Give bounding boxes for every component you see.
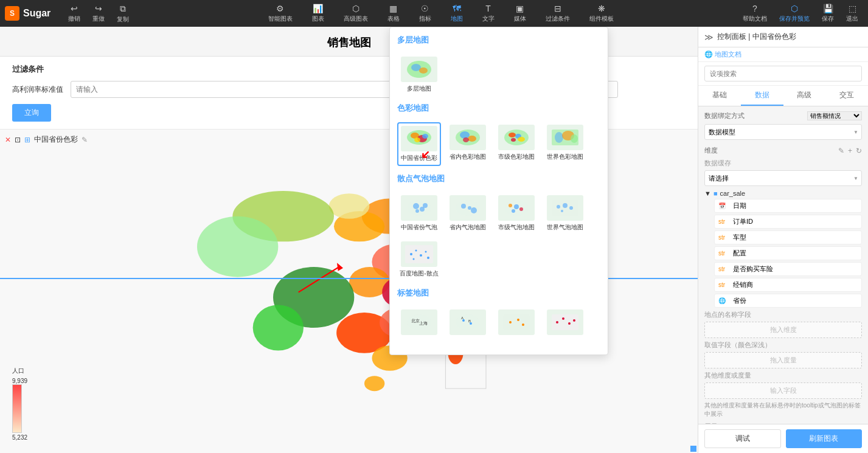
map-type-world-bubble[interactable]: 世界气泡地图 <box>543 193 587 234</box>
other-dim-input[interactable]: 输入字段 <box>704 382 862 399</box>
label4-svg <box>550 311 580 333</box>
svg-point-71 <box>427 257 429 259</box>
section-color-title: 色彩地图 <box>397 103 600 116</box>
str-icon4: str <box>718 266 731 272</box>
str-icon2: str <box>718 234 731 241</box>
map-type-label-4[interactable] <box>543 307 587 340</box>
media-button[interactable]: ▣ 媒体 <box>509 1 531 26</box>
map-type-city-color[interactable]: 市级色彩地图 <box>495 122 538 166</box>
top-toolbar: S Sugar ↩ 撤销 ↪ 重做 ⧉ 复制 ⚙ 智能图表 📊 图表 ⬡ 高级图… <box>0 0 868 27</box>
label1-thumb: 北京 上海 <box>401 309 437 335</box>
svg-point-65 <box>561 210 563 212</box>
map-type-city-bubble[interactable]: 市级气泡地图 <box>495 193 538 234</box>
car-sale-tree: ▼ ■ car_sale 📅 日期 str 订单ID <box>704 190 862 308</box>
cache-label: 数据缓存 <box>704 159 862 168</box>
indicator-button[interactable]: ☉ 指标 <box>414 1 436 26</box>
tree-icon: ■ <box>713 190 718 197</box>
svg-point-63 <box>563 203 568 208</box>
filter-label: 过滤条件 <box>546 15 570 23</box>
save-preview-label: 保存并预览 <box>779 15 810 23</box>
map-type-china-bubble[interactable]: 中国省份气泡 <box>397 193 441 234</box>
str-icon3: str <box>718 250 731 257</box>
help-button[interactable]: ? 帮助文档 <box>738 1 772 26</box>
action-buttons: 调试 刷新图表 <box>698 424 868 453</box>
tab-basic[interactable]: 基础 <box>698 86 741 106</box>
table-label: 表格 <box>387 15 400 23</box>
chart-icon: 📊 <box>313 4 323 13</box>
map-type-province-bubble[interactable]: 省内气泡地图 <box>446 193 490 234</box>
tab-interaction[interactable]: 交互 <box>825 86 868 106</box>
refresh-chart-button[interactable]: 刷新图表 <box>786 429 863 448</box>
baidu-scatter-svg <box>404 243 434 265</box>
settings-search-input[interactable] <box>704 66 862 81</box>
close-icon[interactable]: ✕ <box>5 136 11 144</box>
map-type-baidu-scatter[interactable]: 百度地图-散点 <box>397 239 441 280</box>
svg-point-59 <box>519 207 523 211</box>
edit-dimension-icon[interactable]: ✎ <box>838 147 844 155</box>
svg-point-69 <box>420 254 422 257</box>
save-preview-button[interactable]: ⬡ 保存并预览 <box>774 1 814 26</box>
data-binding-select[interactable]: 销售额情况 <box>807 111 862 120</box>
canvas-title: 销售地图 <box>327 36 371 49</box>
map-type-label-1[interactable]: 北京 上海 <box>397 307 441 340</box>
help-icon: ? <box>752 4 757 13</box>
legend-max: 9,939 <box>12 378 27 384</box>
svg-point-36 <box>468 136 476 142</box>
data-binding-title: 数据绑定方式 销售额情况 <box>704 111 862 120</box>
map-button[interactable]: 🗺 地图 <box>446 1 468 26</box>
smart-chart-button[interactable]: ⚙ 智能图表 <box>263 1 297 26</box>
query-button[interactable]: 立询 <box>12 104 51 122</box>
collapse-button[interactable]: ≫ <box>704 32 713 42</box>
label4-thumb <box>547 309 583 335</box>
svg-text:A: A <box>461 316 464 320</box>
map-type-china-province-color[interactable]: 中国省份色彩 <box>397 122 441 166</box>
province-bubble-thumb <box>450 195 486 221</box>
map-type-province-inner-color[interactable]: 省内色彩地图 <box>446 122 490 166</box>
save-button[interactable]: 💾 保存 <box>817 1 839 26</box>
exit-button[interactable]: ⬚ 退出 <box>841 1 863 26</box>
filter-button[interactable]: ⊟ 过滤条件 <box>541 1 575 26</box>
svg-point-41 <box>518 137 525 142</box>
chart-settings-icon[interactable]: ⊡ <box>15 136 21 144</box>
field-date: 📅 日期 <box>714 199 862 213</box>
svg-point-51 <box>423 203 428 208</box>
map-type-label-2[interactable]: A B <box>446 307 490 340</box>
app-name: Sugar <box>23 8 50 19</box>
city-bubble-label: 市级气泡地图 <box>498 223 535 232</box>
field-date-label: 日期 <box>733 201 746 210</box>
refresh-dimension-icon[interactable]: ↻ <box>856 147 862 155</box>
table-icon: ▦ <box>389 4 397 13</box>
data-model-select[interactable]: 数据模型 <box>704 124 862 140</box>
cache-select[interactable]: 请选择 <box>704 170 862 186</box>
str-icon5: str <box>718 282 731 288</box>
str-icon: str <box>718 218 731 225</box>
component-template-button[interactable]: ❋ 组件模板 <box>585 1 619 26</box>
resize-handle[interactable] <box>690 446 696 452</box>
add-dimension-icon[interactable]: + <box>848 147 852 155</box>
map-type-label-3[interactable] <box>495 307 538 340</box>
doc-link[interactable]: 🌐 地图文档 <box>704 50 741 58</box>
tree-label: car_sale <box>720 190 746 197</box>
save-icon: 💾 <box>823 4 833 13</box>
legend-min: 5,232 <box>12 434 27 441</box>
expand-icon[interactable]: ⊞ <box>24 136 30 144</box>
text-button[interactable]: T 文字 <box>477 1 499 26</box>
svg-point-32 <box>414 137 420 142</box>
debug-button[interactable]: 调试 <box>704 429 781 448</box>
location-drop-zone[interactable]: 拖入维度 <box>704 322 862 338</box>
copy-button[interactable]: ⧉ 复制 <box>112 1 134 26</box>
chart-button[interactable]: 📊 图表 <box>307 1 329 26</box>
car-sale-expand[interactable]: ▼ ■ car_sale <box>704 190 862 197</box>
advanced-chart-button[interactable]: ⬡ 高级图表 <box>339 1 373 26</box>
color-drop-zone[interactable]: 拖入度量 <box>704 352 862 368</box>
table-button[interactable]: ▦ 表格 <box>383 1 404 26</box>
undo-button[interactable]: ↩ 撤销 <box>63 1 85 26</box>
map-type-world-color[interactable]: 世界色彩地图 <box>543 122 587 166</box>
svg-point-60 <box>512 209 515 213</box>
edit-chart-icon[interactable]: ✎ <box>82 136 88 144</box>
copy-icon: ⧉ <box>120 4 126 14</box>
map-type-multilayer[interactable]: 多层地图 <box>397 54 441 95</box>
redo-button[interactable]: ↪ 重做 <box>88 1 109 26</box>
tab-advanced[interactable]: 高级 <box>783 86 826 106</box>
tab-data[interactable]: 数据 <box>741 86 783 106</box>
